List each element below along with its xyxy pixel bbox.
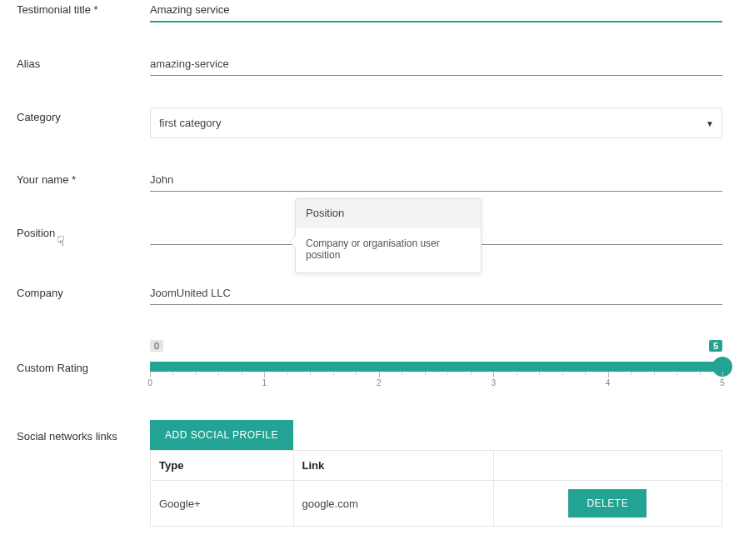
table-header-type: Type xyxy=(151,451,294,481)
your-name-input[interactable] xyxy=(150,170,722,192)
slider-min-badge: 0 xyxy=(150,340,163,352)
slider-tick-label: 3 xyxy=(491,378,496,388)
testimonial-title-input[interactable] xyxy=(150,0,722,22)
tooltip-body: Company or organisation user position xyxy=(296,228,481,272)
label-company: Company xyxy=(17,283,150,299)
category-select[interactable]: first category xyxy=(150,108,722,138)
pointer-hand-icon: ☟ xyxy=(57,235,65,248)
slider-tick-label: 0 xyxy=(147,378,152,388)
label-position: Position xyxy=(17,227,55,239)
delete-button[interactable]: DELETE xyxy=(568,489,647,518)
slider-tick-label: 2 xyxy=(377,378,382,388)
slider-value-badge: 5 xyxy=(709,340,722,352)
position-tooltip: Position Company or organisation user po… xyxy=(295,198,482,273)
label-category: Category xyxy=(17,108,150,123)
table-row: Google+ google.com DELETE xyxy=(151,481,722,527)
company-input[interactable] xyxy=(150,283,722,305)
label-alias: Alias xyxy=(17,54,150,70)
rating-slider-track[interactable] xyxy=(150,362,722,372)
label-social-networks: Social networks links xyxy=(17,420,150,442)
table-cell-link: google.com xyxy=(293,481,493,527)
label-testimonial-title: Testimonial title * xyxy=(17,0,150,16)
table-cell-type: Google+ xyxy=(151,481,294,527)
slider-tick-label: 5 xyxy=(720,378,725,388)
slider-tick-label: 4 xyxy=(606,378,611,388)
label-custom-rating: Custom Rating xyxy=(17,358,150,374)
tooltip-title: Position xyxy=(296,199,481,228)
rating-slider-scale: 0 1 2 3 4 5 xyxy=(150,372,722,392)
label-your-name: Your name * xyxy=(17,170,150,186)
add-social-profile-button[interactable]: ADD SOCIAL PROFILE xyxy=(150,420,293,450)
alias-input[interactable] xyxy=(150,54,722,76)
table-header-action xyxy=(493,451,722,481)
table-header-link: Link xyxy=(293,451,493,481)
slider-tick-label: 1 xyxy=(262,378,267,388)
